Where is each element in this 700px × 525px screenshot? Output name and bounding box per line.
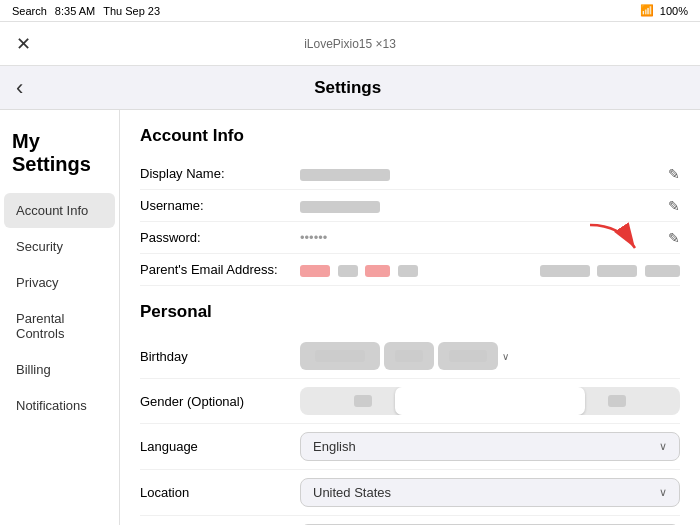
sidebar-item-account-info[interactable]: Account Info	[4, 193, 115, 228]
display-name-blurred	[300, 169, 390, 181]
location-value: United States	[313, 485, 391, 500]
status-search: Search	[12, 5, 47, 17]
email-extra-blurred	[540, 262, 680, 277]
display-name-label: Display Name:	[140, 166, 300, 181]
username-row: Username: ✎	[140, 190, 680, 222]
gender-label: Gender (Optional)	[140, 394, 300, 409]
password-edit-icon[interactable]: ✎	[668, 230, 680, 246]
birthday-row: Birthday ∨	[140, 334, 680, 379]
username-blurred	[300, 201, 380, 213]
birthday-label: Birthday	[140, 349, 300, 364]
password-row: Password: •••••• ✎	[140, 222, 680, 254]
wifi-icon: 📶	[640, 4, 654, 17]
sidebar-item-notifications[interactable]: Notifications	[4, 388, 115, 423]
back-button[interactable]: ‹	[16, 75, 23, 101]
location-chevron-icon: ∨	[659, 486, 667, 499]
settings-title: Settings	[35, 78, 660, 98]
display-name-value	[300, 166, 660, 181]
parents-email-value	[300, 262, 532, 277]
birthday-year[interactable]	[438, 342, 498, 370]
status-bar: Search 8:35 AM Thu Sep 23 📶 100%	[0, 0, 700, 22]
close-button[interactable]: ✕	[16, 33, 31, 55]
nav-bar: ✕ iLovePixio15 ×13	[0, 22, 700, 66]
page-title: My Settings	[0, 118, 119, 192]
battery-status: 100%	[660, 5, 688, 17]
location-dropdown[interactable]: United States ∨	[300, 478, 680, 507]
settings-header-bar: ‹ Settings	[0, 66, 700, 110]
location-row: Location United States ∨	[140, 470, 680, 516]
parents-email-label: Parent's Email Address:	[140, 262, 300, 277]
location-label: Location	[140, 485, 300, 500]
birthday-day[interactable]	[384, 342, 434, 370]
display-name-edit-icon[interactable]: ✎	[668, 166, 680, 182]
birthday-picker[interactable]: ∨	[300, 342, 680, 370]
parents-email-row: Parent's Email Address:	[140, 254, 680, 286]
status-right: 📶 100%	[640, 4, 688, 17]
personal-section: Personal Birthday ∨	[140, 302, 680, 525]
password-label: Password:	[140, 230, 300, 245]
status-left: Search 8:35 AM Thu Sep 23	[12, 5, 160, 17]
password-value: ••••••	[300, 230, 660, 245]
username-value	[300, 198, 660, 213]
sidebar-item-parental-controls[interactable]: Parental Controls	[4, 301, 115, 351]
birthday-chevron: ∨	[502, 351, 509, 362]
language-value: English	[313, 439, 356, 454]
account-info-section-title: Account Info	[140, 126, 680, 146]
display-name-row: Display Name: ✎	[140, 158, 680, 190]
language-label: Language	[140, 439, 300, 454]
gender-row: Gender (Optional)	[140, 379, 680, 424]
theme-row: Theme Light ∨	[140, 516, 680, 525]
language-dropdown[interactable]: English ∨	[300, 432, 680, 461]
sidebar-item-privacy[interactable]: Privacy	[4, 265, 115, 300]
gender-thumb	[395, 387, 585, 415]
status-time: 8:35 AM	[55, 5, 95, 17]
birthday-month[interactable]	[300, 342, 380, 370]
sidebar-item-billing[interactable]: Billing	[4, 352, 115, 387]
device-title: iLovePixio15 ×13	[304, 37, 396, 51]
content-area: Account Info Display Name: ✎ Username:	[120, 110, 700, 525]
gender-control[interactable]	[300, 387, 680, 415]
main-content: My Settings Account Info Security Privac…	[0, 110, 700, 525]
sidebar: My Settings Account Info Security Privac…	[0, 110, 120, 525]
status-date: Thu Sep 23	[103, 5, 160, 17]
personal-section-title: Personal	[140, 302, 680, 322]
gender-picker[interactable]	[300, 387, 680, 415]
sidebar-item-security[interactable]: Security	[4, 229, 115, 264]
username-label: Username:	[140, 198, 300, 213]
username-edit-icon[interactable]: ✎	[668, 198, 680, 214]
language-row: Language English ∨	[140, 424, 680, 470]
language-chevron-icon: ∨	[659, 440, 667, 453]
